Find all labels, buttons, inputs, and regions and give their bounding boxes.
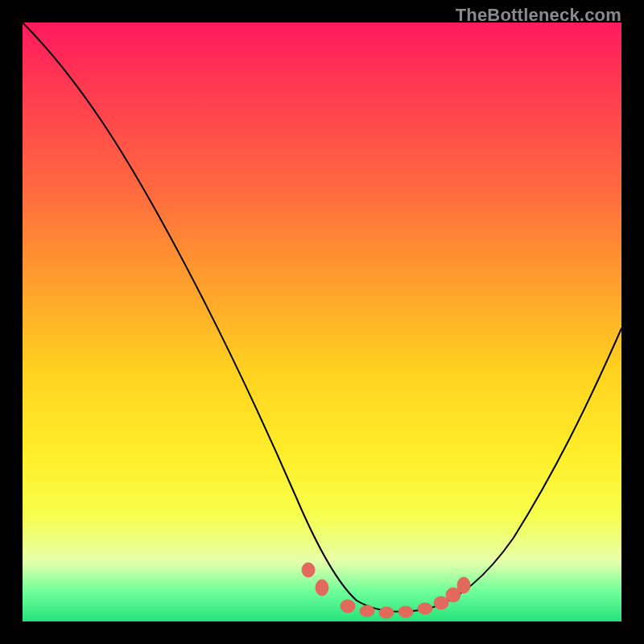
svg-point-0 xyxy=(302,563,315,577)
plot-svg xyxy=(23,23,621,621)
chart-frame: TheBottleneck.com xyxy=(0,0,644,644)
bottleneck-curve xyxy=(23,23,621,612)
svg-point-7 xyxy=(434,597,448,609)
svg-point-9 xyxy=(457,577,470,593)
plot-area xyxy=(23,23,621,621)
svg-point-6 xyxy=(418,603,432,614)
svg-point-1 xyxy=(316,580,328,596)
svg-point-2 xyxy=(341,600,355,613)
trough-markers xyxy=(302,563,470,618)
svg-point-5 xyxy=(398,606,413,617)
svg-point-3 xyxy=(360,605,374,617)
svg-point-4 xyxy=(379,607,394,618)
